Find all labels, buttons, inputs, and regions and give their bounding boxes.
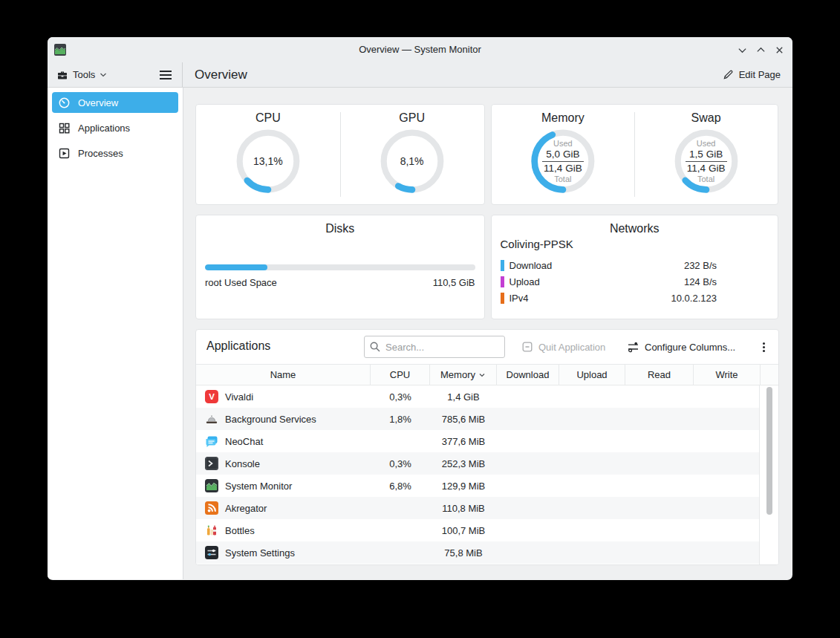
network-interface-name: Coliving-PPSK [501,238,573,250]
desktop: Overview — System Monitor Tools [0,0,840,638]
column-header-name[interactable]: Name [196,365,371,385]
applications-heading: Applications [206,339,270,353]
column-header-download[interactable]: Download [497,365,559,385]
app-cpu [371,519,430,541]
table-scrollbar-thumb[interactable] [766,387,772,515]
gauge-title: Memory [541,111,585,125]
app-icon [54,44,66,56]
configure-columns-button[interactable]: Configure Columns... [627,336,735,358]
quit-application-label: Quit Application [538,342,605,353]
application-row[interactable]: VVivaldi 0,3% 1,4 GiB [196,385,761,408]
app-memory: 75,8 MiB [430,541,497,564]
hamburger-menu-icon[interactable] [159,70,172,80]
column-header-write[interactable]: Write [694,365,761,385]
quit-application-button[interactable]: Quit Application [521,336,605,358]
memory-gauge: Memory Used 5,0 GiB 11,4 GiB Total [492,105,635,204]
sidebar-item-label: Applications [78,123,130,134]
cpu-gauge: CPU 13,1% [196,105,340,204]
app-memory: 110,8 MiB [430,497,497,519]
column-header-upload[interactable]: Upload [559,365,625,385]
applications-toolbar: Applications Quit Application Configure … [196,330,778,364]
sensor-color-chip [501,276,504,287]
search-field [364,336,505,358]
sidebar-item-applications[interactable]: Applications [52,117,178,138]
application-row[interactable]: Background Services 1,8% 785,6 MiB [196,408,761,430]
total-value: 11,4 GiB [544,163,582,175]
pencil-icon [723,69,734,80]
table-scrollbar-track[interactable] [759,385,778,565]
overview-page: CPU 13,1% GPU 8,1% Memory [183,88,792,579]
swap-gauge: Swap Used 1,5 GiB 11,4 GiB Total [634,105,778,204]
memory-swap-card: Memory Used 5,0 GiB 11,4 GiB Total Swap [491,104,779,205]
application-row[interactable]: Bottles 100,7 MiB [196,519,761,541]
system-settings-icon [205,546,218,559]
app-cpu [371,430,430,452]
configure-columns-icon [627,341,639,354]
sort-descending-icon [478,371,486,379]
sensor-label: IPv4 [509,293,529,304]
networks-title: Networks [492,222,778,235]
app-memory: 377,6 MiB [430,430,497,452]
sensor-label: Upload [509,276,540,287]
gauge-value: 8,1% [400,155,424,167]
network-sensor-upload: Upload 124 B/s [501,273,717,290]
application-row[interactable]: Konsole 0,3% 252,3 MiB [196,452,761,475]
app-memory: 100,7 MiB [430,519,497,541]
sidebar-item-overview[interactable]: Overview [52,92,178,113]
app-name: NeoChat [225,436,263,447]
application-row[interactable]: NeoChat 377,6 MiB [196,430,761,452]
column-header-memory[interactable]: Memory [430,365,497,385]
app-name: Konsole [225,458,260,469]
process-icon [58,147,71,160]
window-title: Overview — System Monitor [48,37,792,62]
sensor-value: 10.0.2.123 [671,293,717,304]
app-cpu [371,497,430,519]
app-cpu: 0,3% [371,452,430,475]
tools-menu-button[interactable]: Tools [56,69,107,81]
disk-usage-bar [205,264,475,270]
column-header-read[interactable]: Read [625,365,694,385]
app-name: System Settings [225,547,295,559]
chevron-down-icon [100,71,107,79]
search-input[interactable] [364,336,505,358]
bottles-icon [205,524,218,537]
edit-page-button[interactable]: Edit Page [723,69,781,80]
app-name: Background Services [225,414,316,425]
app-cpu: 1,8% [371,408,430,430]
used-label: Used [553,139,573,149]
close-button[interactable] [773,44,785,56]
app-name: System Monitor [225,481,292,492]
svg-text:V: V [209,392,215,401]
disks-card: Disks root Used Space 110,5 GiB [195,215,485,319]
sidebar-item-label: Processes [78,148,123,159]
sensor-label: Download [509,260,553,271]
edit-page-label: Edit Page [739,69,781,80]
total-label: Total [697,175,714,184]
app-cpu [371,541,430,564]
sensor-color-chip [501,293,504,304]
column-header-cpu[interactable]: CPU [371,365,430,385]
toolbox-icon [56,69,68,81]
application-row[interactable]: System Monitor 6,8% 129,9 MiB [196,475,761,497]
application-row[interactable]: System Settings 75,8 MiB [196,541,761,564]
neochat-icon [205,434,218,448]
maximize-button[interactable] [755,44,766,56]
applications-table: VVivaldi 0,3% 1,4 GiB Background Service… [196,385,778,565]
app-memory: 252,3 MiB [430,452,497,475]
app-name: Bottles [225,525,255,536]
minimize-button[interactable] [736,44,748,56]
applications-table-header: NameCPUMemoryDownloadUploadReadWrite [196,364,778,385]
header-band: Tools Overview Edit Page [48,62,792,88]
application-row[interactable]: Akregator 110,8 MiB [196,497,761,519]
network-sensor-ipv4: IPv4 10.0.2.123 [501,290,717,306]
titlebar[interactable]: Overview — System Monitor [48,37,792,62]
used-value: 5,0 GiB [546,149,579,160]
app-name: Akregator [225,503,267,514]
overflow-menu-button[interactable] [758,339,769,354]
used-value: 1,5 GiB [689,149,723,160]
system-monitor-window: Overview — System Monitor Tools [48,37,792,580]
applications-card: Applications Quit Application Configure … [195,329,779,565]
quit-application-icon [521,341,533,353]
sidebar-item-processes[interactable]: Processes [52,143,178,163]
disks-title: Disks [196,222,484,235]
